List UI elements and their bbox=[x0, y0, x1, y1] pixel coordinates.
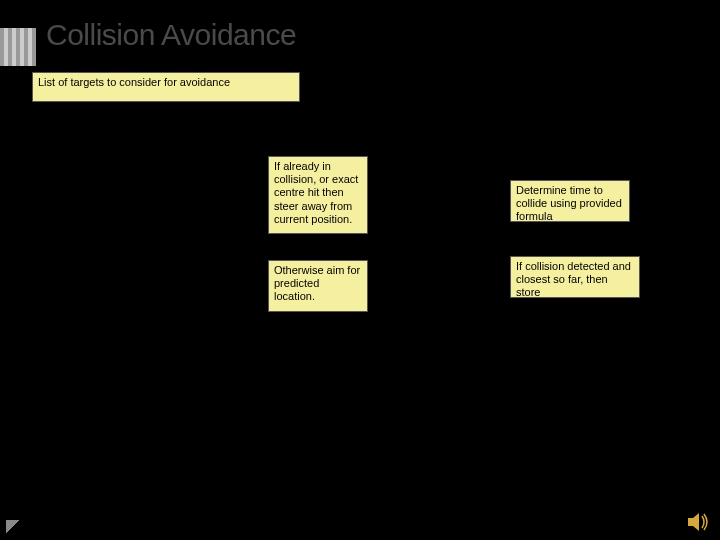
code-line: target. velocity – source. velocity; bbox=[378, 73, 612, 89]
sound-icon[interactable] bbox=[688, 512, 712, 532]
code-line: float time. To. Collide bbox=[378, 178, 516, 194]
code-line: // Determine closest target bbox=[12, 221, 197, 237]
code-line: float rel. Speed = rel. Vel. length(); bbox=[378, 115, 602, 131]
code-line: return Evade( source. position + bbox=[12, 389, 230, 405]
callout-predicted-location: Otherwise aim for predicted location. bbox=[268, 260, 368, 312]
code-line: time. To. Collide < closest. Time ) { bbox=[378, 388, 624, 404]
code-line: } bbox=[378, 451, 399, 467]
callout-targets-list: List of targets to consider for avoidanc… bbox=[32, 72, 300, 102]
callout-time-to-collide: Determine time to collide using provided… bbox=[510, 180, 630, 222]
code-line: source. radius + bbox=[12, 305, 140, 321]
code-line: Vector rel. Pos = bbox=[378, 10, 489, 26]
code-line: closest. Target bbox=[62, 137, 163, 153]
code-line: closest. Sep bbox=[47, 179, 132, 195]
code-line: return Evade( source. position, . . . ); bbox=[12, 347, 259, 363]
code-line: if( min. Sep < source. radius + bbox=[378, 325, 575, 341]
code-line: // Store closest. Target, bbox=[378, 409, 546, 425]
code-line: closest. Dist bbox=[140, 179, 225, 195]
code-line: = null; bbox=[163, 137, 206, 153]
code-line: closest. Target. radius ) bbox=[12, 326, 166, 342]
code-line: float min. Sep = bbox=[378, 262, 483, 278]
code-line: target. position – source. position; bbox=[378, 31, 615, 47]
slide-title: Collision Avoidance bbox=[46, 18, 296, 52]
svg-marker-0 bbox=[688, 513, 699, 531]
code-line: float bbox=[12, 158, 47, 174]
code-line: if( time. To. Collide > 0 AND bbox=[378, 367, 568, 383]
callout-collision-steer: If already in collision, or exact centre… bbox=[268, 156, 368, 234]
code-line: closest. Time bbox=[47, 158, 139, 174]
code-line: if( closest. Sep <= 0 || closest. Dist < bbox=[12, 284, 250, 300]
page-corner-icon bbox=[6, 520, 20, 534]
code-line: Object bbox=[12, 137, 62, 153]
code-line: , bbox=[132, 179, 140, 195]
side-tabs-decor bbox=[0, 28, 36, 66]
code-line: else { bbox=[12, 368, 52, 384]
code-line: / (rel. Speed * rel. Speed ); bbox=[378, 220, 586, 236]
code-line: Vector rel. Vel = bbox=[378, 52, 484, 68]
code-line: source. velocity * bbox=[12, 410, 154, 426]
code-line: closest. Time; bbox=[378, 304, 471, 320]
code-line: float bbox=[12, 179, 47, 195]
code-line: } bbox=[12, 452, 21, 468]
code-line: closest. Time, . . . ); bbox=[12, 431, 146, 447]
code-line: target. radius ) bbox=[378, 346, 476, 362]
code-line: float rel. Distance = rel. Pos. length()… bbox=[378, 136, 621, 152]
code-block-right: Vector rel. Pos = target. position – sou… bbox=[378, 8, 718, 491]
code-line: closest. Time, . . . bbox=[378, 430, 495, 446]
callout-closest-store: If collision detected and closest so far… bbox=[510, 256, 640, 298]
code-line: if( closest. Target == null ) return; bbox=[12, 263, 228, 279]
code-line: } bbox=[378, 472, 387, 488]
code-line: = float. max; bbox=[139, 158, 222, 174]
